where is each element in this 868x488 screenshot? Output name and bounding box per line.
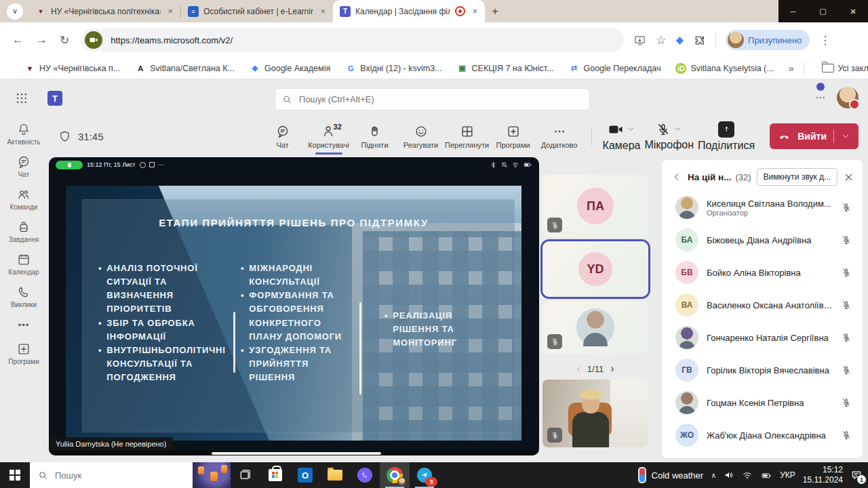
url-input[interactable] [109,35,616,46]
teams-search-input[interactable] [298,94,583,105]
rail-calls[interactable]: Виклики [11,285,37,308]
bookmark-item[interactable]: ◆ Google Академія [250,63,330,74]
outlook-button[interactable]: O [290,462,320,488]
window-maximize-button[interactable]: ▢ [819,7,826,16]
tab-close-icon[interactable]: × [165,6,175,16]
extensions-puzzle-icon[interactable] [693,34,706,47]
file-explorer-button[interactable] [320,462,350,488]
participant-row[interactable]: Гоцман Ксенія Петрівна [662,386,863,419]
participant-row[interactable]: ГВ Горілик Вікторія Вячеславівна [662,354,863,386]
window-minimize-button[interactable]: ─ [791,7,796,16]
tab-close-icon[interactable]: × [470,6,479,16]
browser-tab-1[interactable]: ▼ НУ «Чернігівська політехніка» × [28,0,180,22]
new-tab-button[interactable]: + [492,5,498,18]
scholar-extension-icon[interactable]: ◆ [676,34,684,46]
tab-close-icon[interactable]: × [318,6,328,16]
taskbar-clock[interactable]: 15:12 15.11.2024 [803,465,843,485]
teams-search-box[interactable] [275,88,590,110]
chevron-down-icon[interactable] [841,131,850,141]
bookmark-item[interactable]: iD Svitlana Kyselytsia (... [675,63,773,74]
participant-row[interactable]: Гончаренко Наталія Сергіївна [662,321,863,354]
bookmark-item[interactable]: A Svitlana/Светлана К... [135,63,235,74]
shared-screen-stage[interactable]: 15:12 Пт, 15 Лист ⋯ ЕТАПИ ПРИЙНЯТТЯ РІШЕ… [49,157,539,455]
video-tile-2-active-speaker[interactable]: YD [542,241,648,297]
rail-tasks[interactable]: Завдання [9,220,39,243]
apps-button[interactable]: Програми [492,121,534,152]
more-button[interactable]: Додатково [538,121,580,152]
task-view-button[interactable] [231,462,260,488]
start-button[interactable] [0,462,30,488]
browser-menu-icon[interactable]: ⋮ [819,33,831,47]
pagination-next-icon[interactable]: › [610,363,614,375]
bookmark-item[interactable]: ▣ СЕКЦІЯ 7 на Юніст... [457,63,554,74]
rail-calendar[interactable]: Календар [8,252,39,276]
chevron-down-icon[interactable] [627,125,635,134]
tab-search-button[interactable]: ∨ [7,3,23,20]
video-tile-1[interactable]: ПА [542,175,648,237]
battery-icon[interactable] [760,470,772,481]
reload-button[interactable]: ↻ [60,33,69,47]
mute-all-button[interactable]: Вимкнути звук д... [757,168,838,186]
weather-widget[interactable]: Cold weather [638,467,704,483]
participant-row[interactable]: БВ Бойко Аліна Вікторівна [662,256,863,289]
notification-center-button[interactable]: 1 [850,469,863,481]
participant-row[interactable]: Киселиця Світлана Володим... Організатор [662,191,863,224]
people-button[interactable]: 32 Користувачі [308,121,350,152]
camera-control[interactable]: Камера [603,119,641,155]
viber-button[interactable] [350,462,380,488]
participant-row[interactable]: ВА Василенко Оксана Анатоліївна [662,289,863,321]
rail-teams[interactable]: Команди [10,187,38,211]
outlook-icon: O [298,468,313,483]
react-button[interactable]: Реагувати [400,121,442,152]
bookmark-item[interactable]: ⇄ Google Перекладач [568,63,660,74]
telegram-button[interactable]: 3 [410,462,439,488]
app-circle-icon [140,162,146,168]
rail-chat[interactable]: Чат [16,155,31,178]
keyboard-language[interactable]: УКР [780,470,795,480]
tray-expand-icon[interactable]: ∧ [711,471,716,480]
speaker-icon[interactable] [724,470,734,481]
share-control[interactable]: Поділитися [698,119,755,155]
window-close-button[interactable]: × [850,5,856,17]
waffle-menu-icon[interactable] [15,92,28,105]
scrollbar-thumb[interactable] [212,452,381,455]
taskbar-search-input[interactable] [54,470,158,481]
bookmarks-overflow-icon[interactable]: » [789,63,794,74]
participant-row[interactable]: ЖО Жаб'юк Діана Олександрівна [662,419,863,451]
address-bar[interactable] [81,28,624,52]
pagination-prev-icon[interactable]: ‹ [577,363,580,375]
rail-more-icon[interactable]: ••• [18,317,30,333]
self-video-tile[interactable] [542,380,648,447]
forward-button[interactable]: → [36,33,47,47]
wifi-icon[interactable] [742,470,753,481]
rail-activity[interactable]: Активність [7,122,40,146]
browser-tab-2[interactable]: ≡ Особистий кабінет | e-Learnin × [181,0,333,22]
rail-apps[interactable]: Програми [8,342,39,365]
search-highlight-image[interactable] [193,462,231,488]
chat-button[interactable]: Чат [262,121,304,152]
close-panel-icon[interactable] [843,171,854,183]
teams-logo: T [47,91,62,106]
bookmark-star-icon[interactable]: ☆ [656,33,666,47]
mic-control[interactable]: Мікрофон [644,119,694,154]
teams-more-icon[interactable]: ⋯ [815,92,826,104]
install-app-icon[interactable] [633,34,646,47]
bookmark-item[interactable]: ▼ НУ «Чернігівська п... [24,63,120,74]
all-bookmarks-button[interactable]: Усі закладки [822,64,868,73]
leave-button[interactable]: Вийти [770,123,859,149]
bookmark-item[interactable]: G Вхідні (12) - ksvim3... [345,63,441,74]
chevron-down-icon[interactable] [673,125,682,134]
taskbar-search-box[interactable] [30,462,231,488]
camera-permission-icon[interactable] [85,31,102,49]
view-button[interactable]: Переглянути [446,121,488,152]
participant-row[interactable]: БА Біжовець Діана Андріївна [662,224,863,256]
raise-hand-button[interactable]: Підняти [354,121,396,152]
chrome-button[interactable] [380,462,410,488]
teams-profile-avatar[interactable] [837,87,859,108]
microsoft-store-button[interactable] [260,462,290,488]
profile-chip[interactable]: Призупинено [726,30,810,50]
video-tile-3[interactable] [542,301,648,354]
back-chevron-icon[interactable] [671,171,682,182]
back-button[interactable]: ← [12,33,24,47]
browser-tab-3-active[interactable]: T Календар | Засідання філо × [333,0,485,22]
